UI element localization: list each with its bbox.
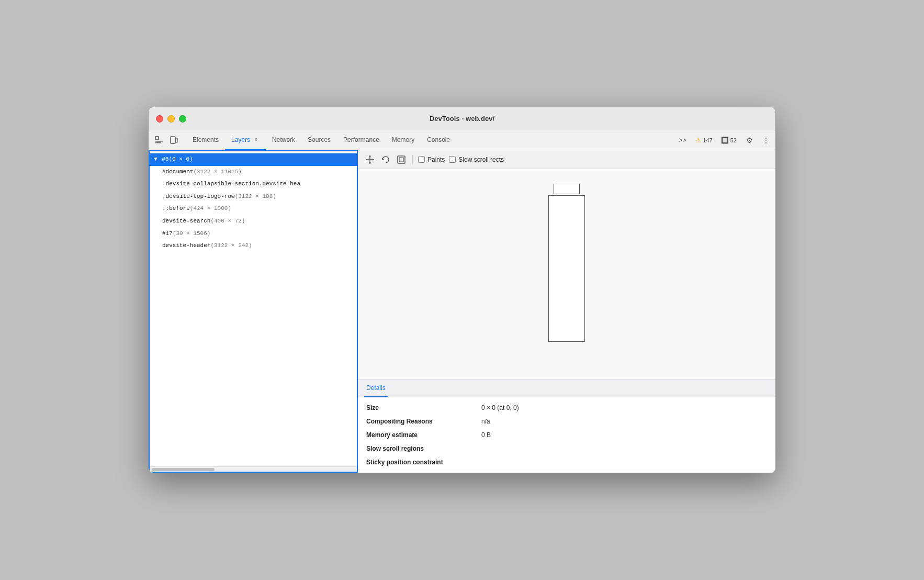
details-tab-bar: Details [358, 380, 775, 397]
detail-key-compositing: Compositing Reasons [366, 416, 481, 427]
paints-checkbox-label[interactable]: Paints [418, 156, 445, 163]
window-title: DevTools - web.dev/ [430, 115, 494, 122]
layer-item-before[interactable]: ::before(424 × 1000) [150, 203, 357, 215]
layers-tree[interactable]: ▼ #6(0 × 0) #document(3122 × 11015) .dev… [150, 151, 357, 466]
devtools-icons [151, 134, 182, 147]
tab-elements-label: Elements [193, 136, 219, 143]
layer-name-collapsible: .devsite-collapsible-section.devsite-hea [162, 181, 300, 187]
svg-rect-1 [155, 141, 163, 142]
right-panel: Paints Slow scroll rects Details [358, 150, 775, 473]
settings-icon: ⚙ [746, 136, 753, 144]
layers-panel: ▼ #6(0 × 0) #document(3122 × 11015) .dev… [149, 150, 358, 473]
title-bar: DevTools - web.dev/ [149, 107, 775, 130]
tab-sources[interactable]: Sources [301, 130, 337, 150]
layer-name-before: ::before [162, 205, 190, 211]
close-button[interactable] [156, 115, 163, 122]
reset-tool-icon[interactable] [396, 154, 407, 165]
details-content: Size 0 × 0 (at 0, 0) Compositing Reasons… [358, 397, 775, 473]
error-count: 52 [730, 137, 737, 143]
layer-item-logo-row[interactable]: .devsite-top-logo-row(3122 × 108) [150, 191, 357, 203]
tab-layers-label: Layers [231, 136, 250, 143]
layer-name-logo-row: .devsite-top-logo-row [162, 193, 235, 199]
layers-toolbar: Paints Slow scroll rects [358, 150, 775, 169]
details-panel: Details Size 0 × 0 (at 0, 0) Compositing… [358, 379, 775, 473]
menu-button[interactable]: ⋮ [759, 133, 773, 148]
svg-rect-4 [176, 138, 177, 142]
inspect-element-icon[interactable] [153, 134, 165, 147]
layer-dims-17: (30 × 1506) [173, 230, 211, 237]
maximize-button[interactable] [179, 115, 186, 122]
detail-val-compositing: n/a [481, 416, 767, 427]
slow-scroll-label: Slow scroll rects [458, 156, 504, 163]
tab-layers-close[interactable]: × [252, 136, 260, 143]
slow-scroll-checkbox[interactable] [449, 156, 456, 163]
tab-network[interactable]: Network [266, 130, 301, 150]
tab-bar-right: >> ⚠ 147 🔲 52 ⚙ ⋮ [674, 130, 773, 150]
tab-performance[interactable]: Performance [337, 130, 386, 150]
tab-performance-label: Performance [343, 136, 379, 143]
layer-dims-logo-row: (3122 × 108) [235, 193, 276, 199]
pan-tool-icon[interactable] [364, 154, 376, 165]
warning-count: 147 [703, 137, 712, 143]
layers-scrollbar[interactable] [150, 466, 357, 472]
layer-dims-header: (3122 × 242) [210, 242, 252, 249]
minimize-button[interactable] [167, 115, 175, 122]
layer-dims-before: (424 × 1000) [190, 205, 231, 211]
svg-rect-11 [398, 156, 405, 163]
layer-item-collapsible[interactable]: .devsite-collapsible-section.devsite-hea [150, 178, 357, 191]
layer-item-17[interactable]: #17(30 × 1506) [150, 228, 357, 240]
detail-val-slow-scroll [481, 443, 767, 454]
tab-network-label: Network [272, 136, 295, 143]
layer-item-header[interactable]: devsite-header(3122 × 242) [150, 240, 357, 252]
paints-checkbox[interactable] [418, 156, 425, 163]
main-content: ▼ #6(0 × 0) #document(3122 × 11015) .dev… [149, 150, 775, 473]
toolbar-separator [412, 155, 413, 164]
layer-name-search: devsite-search [162, 218, 210, 224]
detail-key-size: Size [366, 403, 481, 413]
svg-rect-3 [171, 137, 175, 143]
layer-item-root[interactable]: ▼ #6(0 × 0) [150, 153, 357, 166]
layer-item-document[interactable]: #document(3122 × 11015) [150, 166, 357, 179]
tab-bar: Elements Layers × Network Sources Perfor… [149, 130, 775, 150]
canvas-area [358, 169, 775, 379]
paints-label: Paints [427, 156, 445, 163]
svg-rect-0 [155, 137, 159, 140]
layer-arrow-root: ▼ [154, 156, 157, 162]
tab-layers[interactable]: Layers × [225, 130, 266, 150]
detail-val-memory: 0 B [481, 430, 767, 440]
layer-visualization [548, 195, 585, 342]
details-tab-label: Details [366, 384, 386, 392]
layer-name-17: #17 [162, 230, 173, 237]
tab-sources-label: Sources [308, 136, 331, 143]
rotate-tool-icon[interactable] [380, 154, 391, 165]
svg-marker-7 [369, 155, 371, 157]
layer-dims-root: (0 × 0) [168, 156, 193, 162]
detail-val-size: 0 × 0 (at 0, 0) [481, 403, 767, 413]
tab-memory-label: Memory [392, 136, 414, 143]
details-tab[interactable]: Details [364, 380, 388, 397]
warning-icon: ⚠ [695, 137, 701, 144]
layer-name-header: devsite-header [162, 242, 210, 249]
layer-name-document: #document [162, 169, 193, 175]
more-tabs-button[interactable]: >> [674, 130, 690, 150]
tab-console[interactable]: Console [421, 130, 456, 150]
traffic-lights [156, 115, 186, 122]
layer-dims-document: (3122 × 11015) [193, 169, 241, 175]
error-count-badge[interactable]: 🔲 52 [718, 136, 740, 145]
detail-key-slow-scroll: Slow scroll regions [366, 443, 481, 454]
tab-console-label: Console [427, 136, 450, 143]
svg-rect-2 [155, 142, 161, 143]
layer-item-search[interactable]: devsite-search(400 × 72) [150, 215, 357, 228]
layer-dims-search: (400 × 72) [210, 218, 245, 224]
tab-elements[interactable]: Elements [186, 130, 225, 150]
scrollbar-thumb [152, 468, 215, 471]
more-tabs-icon: >> [679, 137, 686, 144]
error-icon: 🔲 [721, 137, 729, 144]
warning-count-badge[interactable]: ⚠ 147 [692, 136, 715, 145]
layer-inner-box [554, 184, 580, 194]
device-toolbar-icon[interactable] [167, 134, 180, 147]
tab-memory[interactable]: Memory [386, 130, 421, 150]
slow-scroll-checkbox-label[interactable]: Slow scroll rects [449, 156, 504, 163]
layer-outer-box [548, 195, 585, 342]
settings-button[interactable]: ⚙ [742, 133, 757, 148]
